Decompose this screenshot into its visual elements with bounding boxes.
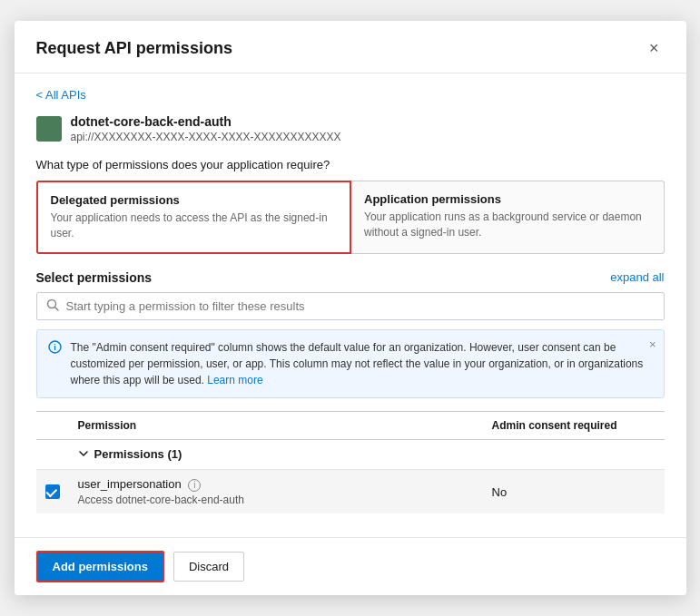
info-banner: i The "Admin consent required" column sh… [36, 329, 665, 398]
permissions-group-toggle[interactable]: Permissions (1) [78, 447, 182, 461]
info-banner-close-button[interactable]: × [649, 337, 656, 351]
api-name: dotnet-core-back-end-auth [71, 114, 341, 129]
select-permissions-header: Select permissions expand all [36, 270, 665, 285]
select-permissions-label: Select permissions [36, 270, 153, 285]
dialog-title: Request API permissions [36, 39, 232, 58]
col-admin-consent-header: Admin consent required [483, 411, 665, 439]
chevron-down-icon [78, 448, 89, 459]
info-banner-text: The "Admin consent required" column show… [71, 339, 653, 388]
api-info: dotnet-core-back-end-auth api://XXXXXXXX… [36, 114, 665, 143]
permission-info-icon[interactable]: i [188, 479, 201, 492]
col-permission-header: Permission [69, 411, 483, 439]
dialog-header: Request API permissions × [15, 21, 686, 73]
request-api-permissions-dialog: Request API permissions × < All APIs dot… [15, 21, 686, 595]
search-box [36, 292, 665, 320]
col-checkbox [36, 411, 69, 439]
permission-checkbox-cell[interactable] [36, 470, 69, 513]
application-permissions-desc: Your application runs as a background se… [364, 210, 651, 240]
delegated-permissions-desc: Your application needs to access the API… [51, 210, 338, 241]
svg-text:i: i [54, 343, 56, 352]
search-icon [46, 298, 59, 314]
expand-all-link[interactable]: expand all [610, 270, 664, 284]
user-impersonation-checkbox[interactable] [45, 484, 60, 499]
dialog-body: < All APIs dotnet-core-back-end-auth api… [15, 73, 686, 537]
dialog-footer: Add permissions Discard [15, 537, 686, 595]
admin-consent-value: No [483, 470, 665, 513]
delegated-permissions-title: Delegated permissions [51, 193, 338, 207]
permission-types-container: Delegated permissions Your application n… [36, 181, 665, 254]
back-to-all-apis-link[interactable]: < All APIs [36, 88, 86, 102]
permissions-group-label: Permissions (1) [94, 447, 182, 461]
search-input[interactable] [66, 299, 655, 313]
permission-name: user_impersonation i [78, 477, 474, 492]
permission-details-cell: user_impersonation i Access dotnet-core-… [69, 470, 483, 513]
table-row: user_impersonation i Access dotnet-core-… [36, 470, 665, 513]
info-banner-icon: i [48, 340, 62, 388]
permissions-group-row: Permissions (1) [36, 439, 665, 470]
api-details: dotnet-core-back-end-auth api://XXXXXXXX… [71, 114, 341, 143]
discard-button[interactable]: Discard [173, 552, 244, 582]
svg-line-1 [54, 307, 58, 310]
api-uri: api://XXXXXXXX-XXXX-XXXX-XXXX-XXXXXXXXXX… [71, 131, 341, 143]
permission-description: Access dotnet-core-back-end-auth [78, 494, 474, 506]
permissions-table: Permission Admin consent required Permis… [36, 411, 665, 513]
api-icon [36, 116, 62, 142]
application-permissions-title: Application permissions [364, 192, 651, 206]
close-button[interactable]: × [644, 37, 665, 60]
application-permissions-card[interactable]: Application permissions Your application… [351, 181, 665, 254]
delegated-permissions-card[interactable]: Delegated permissions Your application n… [36, 181, 352, 254]
add-permissions-button[interactable]: Add permissions [36, 551, 164, 582]
permission-type-question: What type of permissions does your appli… [36, 158, 665, 171]
learn-more-link[interactable]: Learn more [207, 374, 262, 386]
